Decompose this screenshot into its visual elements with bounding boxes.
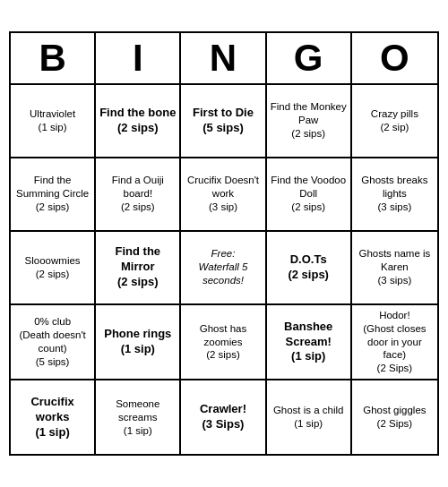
bingo-cell-6: Find a Ouiji board!(2 sips): [96, 158, 181, 232]
bingo-cell-8: Find the Voodoo Doll(2 sips): [267, 158, 352, 232]
bingo-cell-16: Phone rings(1 sip): [96, 305, 181, 381]
bingo-cell-23: Ghost is a child(1 sip): [267, 380, 352, 454]
bingo-cell-2: First to Die(5 sips): [181, 85, 266, 158]
bingo-cell-4: Crazy pills(2 sip): [352, 85, 437, 158]
bingo-cell-20: Crucifix works(1 sip): [11, 380, 96, 454]
bingo-cell-14: Ghosts name is Karen(3 sips): [352, 232, 437, 305]
bingo-cell-0: Ultraviolet(1 sip): [11, 85, 96, 158]
bingo-cell-13: D.O.Ts(2 sips): [267, 232, 352, 305]
bingo-cell-24: Ghost giggles(2 Sips): [352, 380, 437, 454]
bingo-cell-19: Hodor!(Ghost closes door in your face)(2…: [352, 305, 437, 381]
bingo-cell-7: Crucifix Doesn't work(3 sip): [181, 158, 266, 232]
bingo-letter-b: B: [11, 33, 96, 83]
bingo-cell-12: Free:Waterfall 5 seconds!: [181, 232, 266, 305]
bingo-cell-18: Banshee Scream!(1 sip): [267, 305, 352, 381]
bingo-letter-n: N: [181, 33, 266, 83]
bingo-letter-i: I: [96, 33, 181, 83]
bingo-cell-17: Ghost has zoomies(2 sips): [181, 305, 266, 381]
bingo-cell-3: Find the Monkey Paw(2 sips): [267, 85, 352, 158]
bingo-letter-o: O: [352, 33, 437, 83]
bingo-header: BINGO: [11, 33, 437, 85]
bingo-cell-9: Ghosts breaks lights(3 sips): [352, 158, 437, 232]
bingo-cell-22: Crawler!(3 Sips): [181, 380, 266, 454]
bingo-card: BINGO Ultraviolet(1 sip)Find the bone(2 …: [9, 31, 439, 457]
bingo-grid: Ultraviolet(1 sip)Find the bone(2 sips)F…: [11, 85, 437, 455]
bingo-cell-21: Someone screams(1 sip): [96, 380, 181, 454]
bingo-cell-1: Find the bone(2 sips): [96, 85, 181, 158]
bingo-cell-11: Find the Mirror(2 sips): [96, 232, 181, 305]
bingo-cell-10: Slooowmies(2 sips): [11, 232, 96, 305]
bingo-letter-g: G: [267, 33, 352, 83]
bingo-cell-15: 0% club(Death doesn't count)(5 sips): [11, 305, 96, 381]
bingo-cell-5: Find the Summing Circle(2 sips): [11, 158, 96, 232]
